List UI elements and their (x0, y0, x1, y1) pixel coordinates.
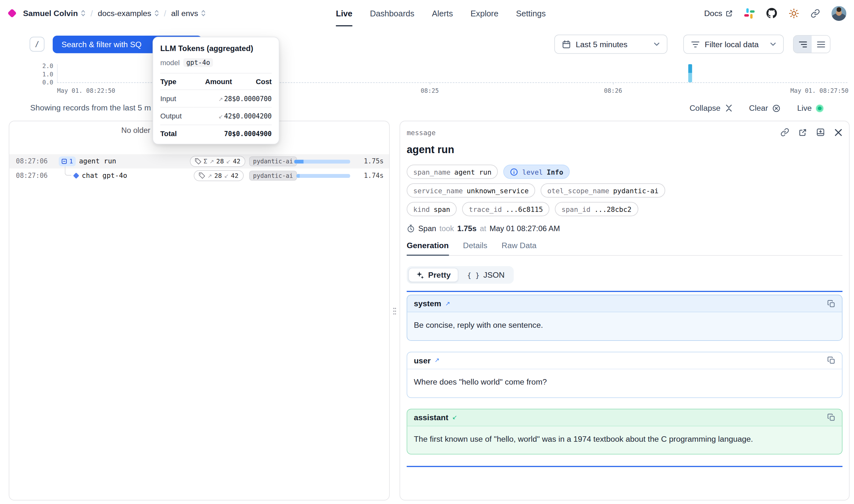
children-count-badge[interactable]: 1 (59, 156, 76, 166)
timing-word: Span (418, 224, 436, 232)
attr-label: span_id (562, 205, 590, 214)
dock-panel-button[interactable] (816, 128, 825, 137)
trace-list-panel: No older 08:27:06 1 agent run Σ ↗ 28 ↙ 4… (9, 121, 389, 501)
clear-label: Clear (749, 104, 768, 112)
user-avatar[interactable] (832, 6, 846, 20)
attr-label: otel_scope_name (547, 186, 610, 195)
slack-button[interactable] (744, 8, 755, 18)
token-cost: $0.0000700 (232, 95, 272, 103)
scope-tag: pydantic-ai (249, 156, 297, 166)
attr-span-id[interactable]: span_id ...28cbc2 (555, 202, 638, 216)
message-role: assistant (414, 413, 448, 421)
format-toggle: Pretty { } JSON (407, 266, 514, 284)
tab-raw-data[interactable]: Raw Data (502, 241, 537, 255)
pretty-toggle-button[interactable]: Pretty (408, 268, 458, 282)
col-header-amount: Amount (194, 73, 232, 90)
nav-tab-live[interactable]: Live (336, 0, 352, 26)
span-duration: 1.74s (364, 172, 384, 179)
env-switcher[interactable]: all envs (171, 9, 206, 17)
tab-details[interactable]: Details (463, 241, 487, 255)
open-in-new-button[interactable] (798, 128, 807, 137)
close-panel-button[interactable] (834, 128, 842, 137)
copy-message-button[interactable] (827, 413, 835, 421)
github-button[interactable] (766, 8, 777, 19)
chevron-down-icon (770, 42, 776, 46)
slack-icon (744, 8, 755, 18)
attr-value: pydantic-ai (613, 186, 659, 195)
slash-shortcut-key: / (30, 37, 44, 52)
token-cost: $0.0004900 (232, 130, 272, 138)
logfire-app: Samuel Colvin / docs-examples / all envs… (0, 0, 854, 504)
share-link-button[interactable] (811, 8, 820, 18)
message-card-system: system ↗ Be concise, reply with one sent… (407, 295, 842, 341)
project-name: docs-examples (97, 9, 151, 17)
json-toggle-button[interactable]: { } JSON (459, 268, 512, 282)
copy-message-button[interactable] (827, 356, 835, 365)
theme-toggle-button[interactable] (789, 8, 799, 18)
output-tokens: 42 (233, 158, 240, 165)
span-timing: Span took 1.75s at May 01 08:27:06 AM (407, 224, 842, 232)
external-link-icon (798, 128, 807, 137)
x-tick: May 01. 08:22:50 (57, 87, 115, 94)
tree-view-button[interactable] (794, 36, 812, 53)
nav-tab-explore[interactable]: Explore (470, 0, 498, 26)
nav-tab-dashboards[interactable]: Dashboards (370, 0, 414, 26)
attr-level[interactable]: level Info (504, 165, 569, 179)
list-view-button[interactable] (812, 36, 830, 53)
token-cost-table: Type Amount Cost Input ↗28 $0.0000700 Ou… (160, 73, 272, 142)
histogram-bar[interactable] (688, 64, 692, 82)
docs-label: Docs (704, 9, 722, 17)
time-range-select[interactable]: Last 5 minutes (555, 35, 668, 54)
input-arrow-icon: ↗ (434, 357, 439, 364)
breadcrumb-slash: / (164, 8, 166, 18)
attr-trace-id[interactable]: trace_id ...6c8115 (462, 202, 550, 216)
tree-connector (65, 166, 72, 176)
filter-local-data-select[interactable]: Filter local data (683, 35, 784, 54)
env-name: all envs (171, 9, 198, 17)
org-switcher[interactable]: Samuel Colvin (23, 9, 86, 17)
tab-generation[interactable]: Generation (407, 241, 449, 255)
copy-link-button[interactable] (780, 128, 789, 137)
breadcrumb-slash: / (91, 8, 93, 18)
calendar-icon (562, 40, 571, 49)
project-switcher[interactable]: docs-examples (97, 9, 159, 17)
output-tokens: 42 (231, 172, 238, 179)
updown-chevron-icon (154, 9, 159, 17)
llm-tokens-pill[interactable]: ↗ 28 ↙ 42 (194, 170, 243, 181)
token-type: Output (160, 107, 194, 125)
updown-chevron-icon (80, 9, 86, 17)
workspace-breadcrumb: Samuel Colvin / docs-examples / all envs (9, 0, 206, 26)
sparkles-icon (416, 271, 424, 279)
org-name: Samuel Colvin (23, 9, 78, 17)
trace-row-chat-gpt4o[interactable]: 08:27:06 chat gpt-4o ↗ 28 ↙ 42 pydantic-… (9, 168, 389, 183)
clear-button[interactable]: Clear (749, 104, 781, 112)
attr-otel-scope-name[interactable]: otel_scope_name pydantic-ai (541, 183, 665, 197)
attr-span-name[interactable]: span_name agent run (407, 165, 498, 179)
panel-resize-handle[interactable] (391, 304, 398, 318)
message-role: system (414, 299, 441, 308)
records-summary: Showing records from the last 5 m (30, 103, 151, 112)
attr-service-name[interactable]: service_name unknown_service (407, 183, 535, 197)
nav-tab-settings[interactable]: Settings (516, 0, 546, 26)
output-arrow-icon: ↙ (226, 158, 231, 164)
collapse-button[interactable]: Collapse (690, 104, 733, 112)
copy-icon (827, 300, 835, 308)
attr-value: Info (547, 167, 563, 176)
attr-kind[interactable]: kind span (407, 202, 457, 216)
llm-tokens-pill[interactable]: Σ ↗ 28 ↙ 42 (190, 156, 245, 167)
model-value: gpt-4o (184, 58, 213, 67)
grip-dots-icon (392, 307, 397, 316)
logfire-logo-icon[interactable] (7, 9, 17, 18)
docs-link[interactable]: Docs (704, 9, 733, 17)
timeline-histogram[interactable]: 2.0 1.0 0.0 May 01. 08:22:50 08:25 08:26… (0, 60, 854, 94)
copy-message-button[interactable] (827, 300, 835, 308)
token-amount: 70 (224, 130, 232, 138)
message-text: The first known use of "hello, world" wa… (414, 433, 765, 445)
time-range-value: Last 5 minutes (576, 40, 627, 49)
detail-tabs: Generation Details Raw Data (407, 241, 842, 255)
live-toggle-button[interactable]: Live (797, 104, 823, 112)
y-tick: 1.0 (33, 71, 53, 77)
nav-tab-alerts[interactable]: Alerts (432, 0, 453, 26)
span-name: chat gpt-4o (82, 171, 127, 179)
x-tick: 08:26 (604, 87, 622, 94)
